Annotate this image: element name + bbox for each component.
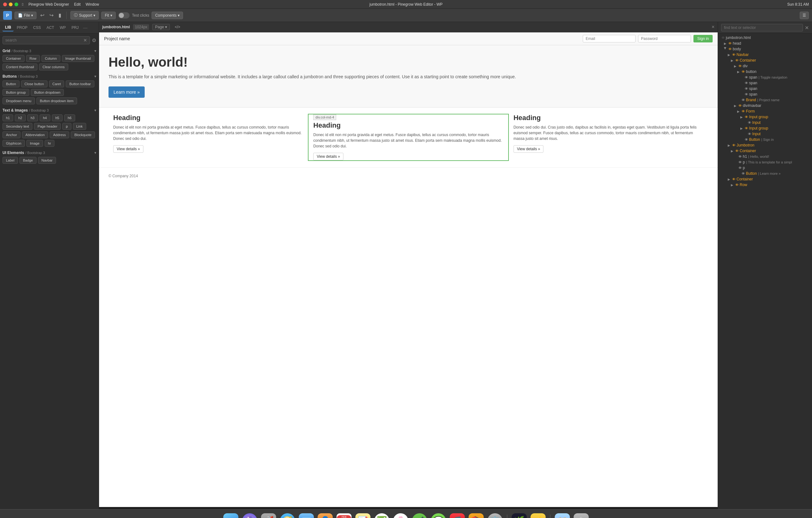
component-close-button[interactable]: Close button (21, 81, 48, 87)
edit-menu[interactable]: Edit (74, 2, 81, 7)
tree-item-navbar[interactable]: ▶ 👁 Navbar (718, 52, 812, 58)
tab-prop[interactable]: PROP (14, 24, 30, 31)
grid-section-toggle[interactable]: ▾ (94, 49, 96, 53)
tree-item-span1[interactable]: 👁 span (718, 80, 812, 86)
tree-item-input2[interactable]: 👁 Input (718, 131, 812, 137)
tree-item-p1[interactable]: 👁 p| This is a template for a simpl (718, 159, 812, 165)
tree-item-span2[interactable]: 👁 span (718, 86, 812, 91)
window-menu[interactable]: Window (86, 2, 99, 7)
component-clear-columns[interactable]: Clear columns (39, 63, 68, 70)
tree-item-p2[interactable]: 👁 p (718, 165, 812, 171)
component-secondary-text[interactable]: Secondary text (2, 123, 32, 130)
component-badge[interactable]: Badge (20, 157, 36, 164)
component-h1[interactable]: h1 (2, 114, 13, 121)
toggle-switch[interactable] (118, 12, 129, 19)
tab-wp[interactable]: WP (57, 24, 68, 31)
component-caret[interactable]: Caret (49, 81, 64, 87)
tree-item-jumbotron[interactable]: ▶ 👁 Jumbotron (718, 142, 812, 148)
dock-facetime[interactable]: 📹 (411, 513, 428, 518)
component-button-dropdown-item[interactable]: Button dropdown item (36, 97, 77, 104)
tree-item-form[interactable]: ▶ 👁 Form (718, 109, 812, 114)
component-h3[interactable]: h3 (27, 114, 38, 121)
component-h4[interactable]: h4 (40, 114, 50, 121)
component-button-dropdown[interactable]: Button dropdown (31, 89, 64, 96)
tree-item-span-toggle[interactable]: 👁 span| Toggle navigation (718, 74, 812, 80)
signin-button[interactable]: Sign in (693, 35, 713, 42)
size-selector[interactable]: 1024px (133, 24, 149, 30)
tree-item-btn-learn[interactable]: 👁 Button| Learn more » (718, 171, 812, 176)
search-settings-icon[interactable]: ⚙ (92, 37, 96, 43)
tree-item-button[interactable]: ▶ 👁 button (718, 69, 812, 74)
dock-messages[interactable]: 💬 (430, 513, 446, 518)
component-hr[interactable]: hr (45, 140, 55, 147)
buttons-section-toggle[interactable]: ▾ (94, 74, 96, 79)
preview-col-1[interactable]: Heading Donec id elit non mi porta gravi… (109, 114, 308, 161)
dock-books[interactable]: 📚 (468, 513, 484, 518)
dock-notes[interactable]: 📝 (355, 513, 371, 518)
component-image[interactable]: Image (26, 140, 43, 147)
component-button[interactable]: Button (2, 81, 20, 87)
col1-view-details[interactable]: View details » (113, 145, 143, 153)
tree-item-head[interactable]: ▶ 👁 head (718, 40, 812, 46)
email-input[interactable] (583, 35, 636, 42)
component-p[interactable]: p (62, 123, 71, 130)
component-link[interactable]: Link (73, 123, 86, 130)
ui-elements-section-toggle[interactable]: ▾ (94, 151, 96, 155)
tree-item-input-group2[interactable]: ▶ 👁 Input group (718, 125, 812, 131)
tree-item-div[interactable]: ▶ 👁 div (718, 63, 812, 69)
tree-item-div-navbar[interactable]: ▶ 👁 div#navbar (718, 103, 812, 109)
component-h5[interactable]: h5 (52, 114, 63, 121)
undo-button[interactable]: ↩ (39, 11, 46, 20)
component-button-toolbar[interactable]: Button toolbar (66, 81, 94, 87)
fit-button[interactable]: Fit ▾ (101, 12, 115, 19)
dock-calendar[interactable]: FEB 25 (336, 513, 352, 518)
center-close-button[interactable]: × (712, 24, 715, 30)
tree-item-input1[interactable]: 👁 Input (718, 120, 812, 125)
dock-photos[interactable]: 🌸 (393, 513, 409, 518)
component-page-header[interactable]: Page header (34, 123, 61, 130)
search-input[interactable] (5, 38, 83, 42)
tab-lib[interactable]: LIB (2, 24, 13, 31)
tree-item-input-group1[interactable]: ▶ 👁 Input group (718, 114, 812, 120)
tree-item-container2[interactable]: ▶ 👁 Container (718, 176, 812, 182)
search-clear-icon[interactable]: ✕ (83, 38, 87, 43)
components-button[interactable]: Components ▾ (152, 12, 183, 19)
maximize-button[interactable] (14, 2, 18, 6)
dock-reminders[interactable]: ✅ (374, 513, 390, 518)
file-button[interactable]: 📄 File ▾ (14, 12, 36, 19)
tree-item-container1[interactable]: ▶ 👁 Container (718, 58, 812, 63)
tree-item-brand[interactable]: 👁 Brand| Project name (718, 97, 812, 103)
dock-pinegrow[interactable]: 🌿 (511, 513, 527, 518)
tree-item-btn-signin[interactable]: 👁 Button| Sign in (718, 137, 812, 142)
component-content-thumbnail[interactable]: Content thumbnail (2, 63, 37, 70)
dock-safari[interactable]: 🧭 (279, 513, 296, 518)
component-container[interactable]: Container (2, 55, 25, 62)
dock-finder[interactable]: 🗂 (223, 513, 239, 518)
col2-view-details[interactable]: View details » (313, 153, 343, 160)
dock-launchpad[interactable]: 🚀 (260, 513, 277, 518)
component-navbar[interactable]: Navbar (38, 157, 56, 164)
component-column[interactable]: Column (41, 55, 60, 62)
component-h6[interactable]: h6 (64, 114, 75, 121)
tab-prj[interactable]: PRJ (69, 24, 81, 31)
preview-col-2[interactable]: div.col-md-4 Heading Donec id elit non m… (308, 114, 509, 161)
component-label[interactable]: Label (2, 157, 18, 164)
password-input[interactable] (638, 35, 691, 42)
tree-item-file[interactable]: 👁 jumbotron.html (718, 35, 812, 40)
preview-col-3[interactable]: Heading Donec sed odio dui. Cras justo o… (509, 114, 708, 161)
copy-button[interactable]: ▮ (57, 11, 63, 20)
tree-item-body[interactable]: ▶ 👁 body (718, 46, 812, 52)
tree-item-h1[interactable]: 👁 h1| Hello, world! (718, 154, 812, 159)
dock-contacts[interactable]: 👤 (317, 513, 334, 518)
component-button-group[interactable]: Button group (2, 89, 29, 96)
dock-mail[interactable]: ✉️ (298, 513, 315, 518)
tab-act[interactable]: ACT (44, 24, 57, 31)
tree-item-container-jumbotron[interactable]: ▶ 👁 Container (718, 148, 812, 154)
dock-bolt[interactable]: ⚡ (530, 513, 546, 518)
component-dropdown-menu[interactable]: Dropdown menu (2, 97, 35, 104)
text-images-section-toggle[interactable]: ▾ (94, 108, 96, 113)
dock-trash[interactable]: 🗑 (573, 513, 589, 518)
component-abbreviation[interactable]: Abbreviation (22, 131, 48, 138)
right-search-close[interactable]: ✕ (805, 25, 809, 31)
page-button[interactable]: Page ▾ (152, 24, 170, 30)
